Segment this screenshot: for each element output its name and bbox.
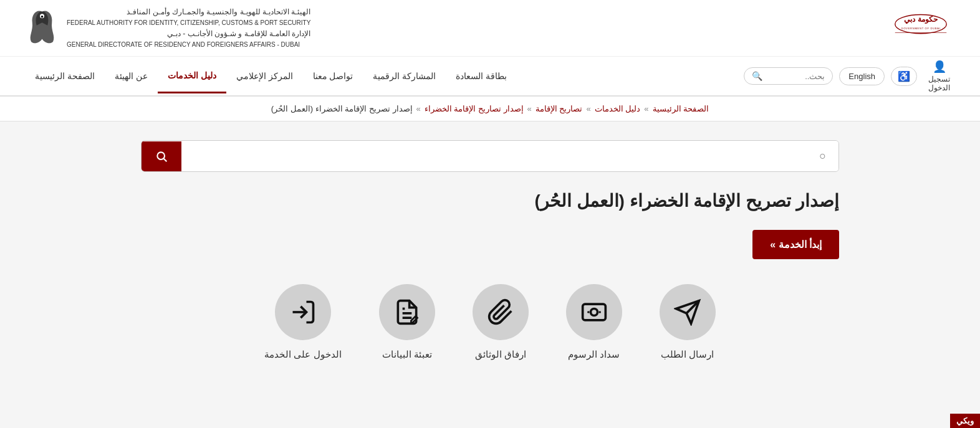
step-pay-fees[interactable]: سداد الرسوم (566, 284, 622, 360)
language-button[interactable]: English (839, 67, 885, 85)
nav-item-happiness: بطاقة السعادة (446, 60, 517, 92)
breadcrumb-current: إصدار تصريح الإقامة الخضراء (العمل الحُر… (271, 104, 413, 113)
fill-data-icon (393, 298, 421, 326)
nav-item-services: دليل الخدمات (158, 59, 226, 93)
breadcrumb-sep-2: » (586, 104, 590, 113)
nav-link-digital[interactable]: المشاركة الرقمية (363, 60, 446, 92)
login-service-icon (289, 298, 317, 326)
login-button[interactable]: 👤 تسجيلالدخول (923, 57, 955, 95)
step-send-label: ارسال الطلب (661, 349, 714, 360)
breadcrumb-sep-3: » (527, 104, 532, 113)
attach-docs-icon-circle (473, 284, 529, 340)
main-search-button[interactable] (142, 141, 181, 171)
search-icon[interactable]: 🔍 (752, 71, 762, 81)
authority-logo: الهيئـة الاتحاديـة للهويـة والجنسيـة وال… (25, 6, 310, 50)
svg-text:GOVERNMENT OF DUBAI: GOVERNMENT OF DUBAI (901, 27, 941, 30)
attach-icon (487, 298, 514, 326)
step-login-service[interactable]: الدخول على الخدمة (264, 284, 341, 360)
send-icon (674, 298, 701, 326)
step-login-label: الدخول على الخدمة (264, 349, 341, 360)
authority-en-line1: FEDERAL AUTHORITY FOR IDENTITY, CITIZENS… (67, 18, 310, 28)
nav-link-happiness[interactable]: بطاقة السعادة (446, 60, 517, 92)
nav-item-digital: المشاركة الرقمية (363, 60, 446, 92)
main-search-bar (141, 140, 839, 172)
breadcrumb-green-permits[interactable]: إصدار تصاريح الإقامة الخضراء (425, 104, 524, 113)
svg-point-6 (157, 152, 165, 159)
login-label: تسجيلالدخول (928, 75, 950, 92)
nav-item-about: عن الهيئة (105, 60, 158, 92)
start-service-button[interactable]: إبدأ الخدمة » (752, 230, 839, 259)
breadcrumb-home[interactable]: الصفحة الرئيسية (653, 104, 709, 113)
breadcrumb-services[interactable]: دليل الخدمات (595, 104, 641, 113)
main-content: إصدار تصريح الإقامة الخضراء (العمل الحُر… (116, 121, 864, 391)
nav-item-media: المركز الإعلامي (226, 60, 303, 92)
pay-fees-icon-circle (566, 284, 622, 340)
nav-item-home: الصفحة الرئيسية (25, 60, 105, 92)
step-attach-docs[interactable]: ارفاق الوثائق (473, 284, 529, 360)
breadcrumb: الصفحة الرئيسية » دليل الخدمات » تصاريح … (25, 104, 955, 113)
svg-line-7 (164, 159, 167, 162)
svg-rect-10 (582, 305, 605, 321)
authority-en-line2: GENERAL DIRECTORATE OF RESIDENCY AND FOR… (67, 40, 310, 50)
svg-point-11 (590, 309, 597, 316)
step-send-request[interactable]: ارسال الطلب (660, 284, 716, 360)
authority-ar-line2: الإدارة العامـة للإقامـة و شـؤون الأجانـ… (67, 28, 310, 40)
navbar: 👤 تسجيلالدخول ♿ English 🔍 بطاقة السعادة … (0, 57, 980, 97)
nav-item-contact: تواصل معنا (303, 60, 363, 92)
step-fill-label: تعبئة البيانات (382, 349, 432, 360)
authority-text: الهيئـة الاتحاديـة للهويـة والجنسيـة وال… (67, 6, 310, 50)
user-icon: 👤 (933, 60, 946, 74)
nav-left: 👤 تسجيلالدخول ♿ English 🔍 (744, 57, 955, 95)
nav-link-services[interactable]: دليل الخدمات (158, 59, 226, 93)
page-title: إصدار تصريح الإقامة الخضراء (العمل الحُر… (141, 191, 839, 211)
svg-text:حكومة دبي: حكومة دبي (904, 15, 938, 24)
breadcrumb-bar: الصفحة الرئيسية » دليل الخدمات » تصاريح … (0, 97, 980, 121)
nav-link-home[interactable]: الصفحة الرئيسية (25, 60, 105, 92)
login-service-icon-circle (275, 284, 331, 340)
nav-link-contact[interactable]: تواصل معنا (303, 60, 363, 92)
gov-dubai-logo: حكومة دبي GOVERNMENT OF DUBAI (886, 11, 955, 45)
breadcrumb-sep-1: » (644, 104, 648, 113)
steps-row: ارسال الطلب سداد الرسوم ارفاق الوثائق (141, 284, 839, 360)
fill-data-icon-circle (379, 284, 435, 340)
nav-links: بطاقة السعادة المشاركة الرقمية تواصل معن… (25, 59, 517, 93)
nav-link-media[interactable]: المركز الإعلامي (226, 60, 303, 92)
nav-link-about[interactable]: عن الهيئة (105, 60, 158, 92)
payment-icon (580, 298, 608, 326)
search-icon (155, 150, 168, 163)
breadcrumb-residence[interactable]: تصاريح الإقامة (536, 104, 583, 113)
search-input[interactable] (762, 72, 825, 81)
svg-point-5 (41, 16, 44, 18)
search-box: 🔍 (744, 67, 833, 85)
breadcrumb-sep-4: » (416, 104, 421, 113)
authority-bird-icon (25, 6, 59, 50)
step-pay-label: سداد الرسوم (568, 349, 620, 360)
accessibility-button[interactable]: ♿ (891, 67, 917, 86)
send-request-icon-circle (660, 284, 716, 340)
main-search-input[interactable] (181, 141, 838, 171)
step-attach-label: ارفاق الوثائق (475, 349, 526, 360)
authority-ar-line1: الهيئـة الاتحاديـة للهويـة والجنسيـة وال… (67, 6, 310, 18)
header: حكومة دبي GOVERNMENT OF DUBAI الهيئـة ال… (0, 0, 980, 57)
step-fill-data[interactable]: تعبئة البيانات (379, 284, 435, 360)
